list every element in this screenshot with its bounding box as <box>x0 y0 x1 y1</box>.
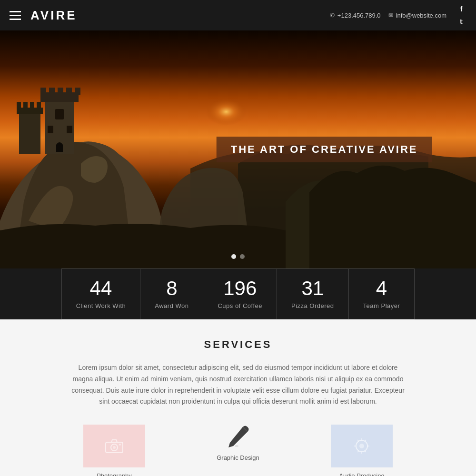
stat-award: 8 Award Won <box>140 269 203 319</box>
header-left: AVIRE <box>10 8 77 23</box>
services-cards: Photography Graphic Design A <box>38 425 438 476</box>
social-icons: f 𝕥 <box>456 4 466 27</box>
svg-rect-12 <box>19 111 40 154</box>
stat-pizza: 31 Pizza Ordered <box>277 269 349 319</box>
hero-section: THE ART OF CREATIVE AVIRE <box>0 30 476 268</box>
svg-rect-13 <box>17 108 43 114</box>
hero-title: THE ART OF CREATIVE AVIRE <box>231 143 418 156</box>
stat-number-clients: 44 <box>76 278 126 298</box>
svg-point-21 <box>119 444 121 446</box>
stat-number-team: 4 <box>363 278 400 298</box>
stat-client-work: 44 Client Work With <box>62 269 141 319</box>
facebook-link[interactable]: f <box>456 4 466 14</box>
stats-bar: 44 Client Work With 8 Award Won 196 Cups… <box>0 268 476 319</box>
svg-rect-8 <box>75 88 80 95</box>
phone-contact: ✆ +123.456.789.0 <box>330 12 381 19</box>
phone-icon: ✆ <box>330 12 335 19</box>
email-address: info@website.com <box>396 12 446 19</box>
hero-title-box: THE ART OF CREATIVE AVIRE <box>217 137 432 162</box>
service-photography: Photography <box>67 425 162 476</box>
audio-icon-box <box>331 425 393 467</box>
stat-label-team: Team Player <box>363 302 400 309</box>
stat-number-coffee: 196 <box>218 278 262 298</box>
svg-point-22 <box>235 445 238 447</box>
twitter-icon: 𝕥 <box>460 18 463 25</box>
stat-team: 4 Team Player <box>349 269 415 319</box>
photography-label: Photography <box>67 472 162 476</box>
svg-rect-15 <box>23 102 28 109</box>
hero-dot-1[interactable] <box>231 254 236 259</box>
hamburger-menu[interactable] <box>10 11 21 20</box>
phone-number: +123.456.789.0 <box>337 12 381 19</box>
hero-dot-2[interactable] <box>240 254 245 259</box>
svg-rect-4 <box>40 88 46 95</box>
facebook-icon: f <box>460 5 463 13</box>
services-description: Lorem ipsum dolor sit amet, consectetur … <box>71 362 405 407</box>
pen-icon <box>226 425 250 448</box>
camera-icon <box>105 438 124 454</box>
header-right: ✆ +123.456.789.0 ✉ info@website.com f 𝕥 <box>330 4 466 27</box>
stat-coffee: 196 Cups of Coffee <box>203 269 277 319</box>
hero-dots <box>231 254 245 259</box>
stat-label-coffee: Cups of Coffee <box>218 302 262 309</box>
svg-rect-7 <box>66 88 72 95</box>
twitter-link[interactable]: 𝕥 <box>456 16 466 27</box>
stat-number-pizza: 31 <box>291 278 334 298</box>
svg-rect-6 <box>58 88 63 95</box>
svg-rect-5 <box>49 88 55 95</box>
service-audio: Audio Producing <box>314 425 409 476</box>
email-contact: ✉ info@website.com <box>388 12 446 19</box>
stats-container: 44 Client Work With 8 Award Won 196 Cups… <box>61 268 415 319</box>
stat-label-clients: Client Work With <box>76 302 126 309</box>
svg-rect-14 <box>17 102 21 109</box>
email-icon: ✉ <box>388 12 393 19</box>
service-graphic-design: Graphic Design <box>190 425 286 461</box>
photography-icon-box <box>83 425 145 467</box>
stat-label-pizza: Pizza Ordered <box>291 302 334 309</box>
svg-rect-11 <box>67 126 72 133</box>
audio-icon <box>352 437 371 455</box>
svg-point-20 <box>113 446 116 449</box>
services-section: SERVICES Lorem ipsum dolor sit amet, con… <box>0 319 476 476</box>
svg-rect-10 <box>48 126 53 133</box>
audio-label: Audio Producing <box>314 472 409 476</box>
contact-info: ✆ +123.456.789.0 ✉ info@website.com <box>330 12 446 19</box>
svg-point-24 <box>359 444 364 448</box>
stat-number-award: 8 <box>155 278 188 298</box>
svg-rect-17 <box>37 102 41 109</box>
services-title: SERVICES <box>38 338 438 351</box>
svg-rect-16 <box>30 102 34 109</box>
svg-rect-9 <box>55 109 64 119</box>
graphic-design-label: Graphic Design <box>190 454 286 461</box>
logo[interactable]: AVIRE <box>30 8 77 23</box>
header: AVIRE ✆ +123.456.789.0 ✉ info@website.co… <box>0 0 476 30</box>
stat-label-award: Award Won <box>155 302 188 309</box>
